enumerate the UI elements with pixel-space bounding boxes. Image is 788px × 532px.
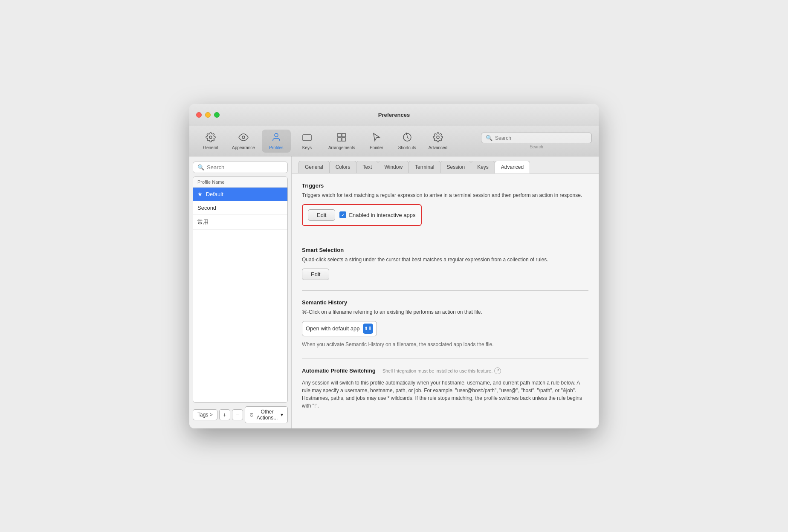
divider-3 xyxy=(302,359,588,359)
triggers-checkbox[interactable]: ✓ xyxy=(339,211,346,218)
aps-description: Any session will switch to this profile … xyxy=(302,379,588,410)
profiles-header: Profile Name xyxy=(193,177,287,188)
toolbar-label-shortcuts: Shortcuts xyxy=(398,145,416,150)
svg-rect-12 xyxy=(338,133,341,137)
subtab-text[interactable]: Text xyxy=(356,161,378,173)
svg-rect-3 xyxy=(303,135,311,141)
titlebar: Preferences xyxy=(189,104,599,126)
subtab-session[interactable]: Session xyxy=(440,161,471,173)
subtab-general[interactable]: General xyxy=(298,161,330,173)
toolbar-item-pointer[interactable]: Pointer xyxy=(362,130,391,153)
toolbar-item-keys[interactable]: Keys xyxy=(293,130,322,153)
toolbar-item-shortcuts[interactable]: Shortcuts xyxy=(393,130,422,153)
subtab-terminal[interactable]: Terminal xyxy=(408,161,440,173)
semantic-history-title: Semantic History xyxy=(302,299,588,306)
profile-name-changyong: 常用 xyxy=(197,219,209,225)
toolbar-search-icon: 🔍 xyxy=(486,135,492,141)
sidebar-bottom: Tags > + − ⊙ Other Actions... ▾ xyxy=(193,406,288,423)
semantic-history-dropdown[interactable]: Open with default app ⬆⬇ xyxy=(302,321,377,336)
toolbar-item-general[interactable]: General xyxy=(196,130,225,153)
aps-help-icon[interactable]: ? xyxy=(494,367,501,374)
profile-item-second[interactable]: Second xyxy=(193,201,287,215)
main-content: 🔍 Profile Name ★ Default Second 常用 Tags … xyxy=(189,156,599,428)
remove-profile-button[interactable]: − xyxy=(232,409,243,420)
toolbar-label-arrangements: Arrangements xyxy=(328,145,355,150)
semantic-history-section: Semantic History ⌘-Click on a filename r… xyxy=(302,299,588,348)
star-icon: ★ xyxy=(197,191,203,197)
divider-1 xyxy=(302,238,588,238)
semantic-history-note: When you activate Semantic History on a … xyxy=(302,341,588,348)
svg-rect-14 xyxy=(338,138,341,141)
appearance-icon xyxy=(238,132,249,144)
semantic-history-dropdown-wrap: Open with default app ⬆⬇ xyxy=(302,321,588,336)
triggers-edit-button[interactable]: Edit xyxy=(308,209,335,221)
keys-icon xyxy=(302,132,312,144)
other-actions-icon: ⊙ xyxy=(249,412,254,418)
sidebar-search-input[interactable] xyxy=(207,164,283,171)
window-title: Preferences xyxy=(378,112,410,118)
shortcuts-icon xyxy=(402,132,412,144)
smart-selection-edit-button[interactable]: Edit xyxy=(302,269,329,280)
profiles-list: Profile Name ★ Default Second 常用 xyxy=(193,176,288,403)
aps-title: Automatic Profile Switching xyxy=(302,367,376,374)
toolbar-label-advanced: Advanced xyxy=(429,145,447,150)
svg-point-0 xyxy=(209,136,212,139)
smart-selection-title: Smart Selection xyxy=(302,247,588,253)
right-panel: General Colors Text Window Terminal Sess… xyxy=(292,156,599,428)
advanced-content: Triggers Triggers watch for text matchin… xyxy=(292,174,599,428)
toolbar-item-appearance[interactable]: Appearance xyxy=(227,130,260,153)
other-actions-label: Other Actions... xyxy=(255,409,279,421)
aps-note-text: Shell Integration must be installed to u… xyxy=(382,368,493,373)
other-actions-button[interactable]: ⊙ Other Actions... ▾ xyxy=(245,406,288,423)
svg-rect-13 xyxy=(342,133,345,137)
toolbar-search-input[interactable] xyxy=(495,135,587,141)
triggers-checkbox-label: Enabled in interactive apps xyxy=(349,212,415,218)
triggers-checkbox-wrap: ✓ Enabled in interactive apps xyxy=(339,211,415,218)
divider-2 xyxy=(302,290,588,291)
pointer-icon xyxy=(371,132,382,144)
svg-point-2 xyxy=(275,133,278,137)
toolbar-item-advanced[interactable]: Advanced xyxy=(423,130,452,153)
add-profile-button[interactable]: + xyxy=(219,409,230,420)
toolbar-label-keys: Keys xyxy=(302,145,312,150)
svg-point-1 xyxy=(242,136,245,139)
semantic-history-description: ⌘-Click on a filename referring to an ex… xyxy=(302,308,588,316)
subtab-advanced[interactable]: Advanced xyxy=(495,161,530,173)
profile-item-changyong[interactable]: 常用 xyxy=(193,215,287,230)
toolbar-item-profiles[interactable]: Profiles xyxy=(262,130,291,153)
toolbar-label-general: General xyxy=(203,145,218,150)
advanced-icon xyxy=(433,132,443,144)
toolbar-label-pointer: Pointer xyxy=(370,145,383,150)
aps-section: Automatic Profile Switching Shell Integr… xyxy=(302,367,588,410)
toolbar-search-box[interactable]: 🔍 xyxy=(481,133,592,143)
close-button[interactable] xyxy=(196,112,202,118)
semantic-history-dropdown-label: Open with default app xyxy=(306,325,359,332)
toolbar-item-arrangements[interactable]: Arrangements xyxy=(323,130,360,153)
zoom-button[interactable] xyxy=(214,112,220,118)
preferences-window: Preferences General Appearance xyxy=(189,104,599,428)
svg-point-17 xyxy=(437,136,439,139)
tags-button[interactable]: Tags > xyxy=(193,409,217,420)
subtab-colors[interactable]: Colors xyxy=(329,161,357,173)
toolbar-label-appearance: Appearance xyxy=(232,145,255,150)
profile-name-default: Default xyxy=(206,191,223,197)
toolbar-search-label: Search xyxy=(530,145,543,149)
toolbar-label-profiles: Profiles xyxy=(269,145,283,150)
svg-rect-15 xyxy=(342,138,345,141)
subtabs: General Colors Text Window Terminal Sess… xyxy=(292,156,599,174)
profile-item-default[interactable]: ★ Default xyxy=(193,188,287,201)
smart-selection-section: Smart Selection Quad-click selects a str… xyxy=(302,247,588,280)
sidebar-search-box[interactable]: 🔍 xyxy=(193,162,288,173)
triggers-section: Triggers Triggers watch for text matchin… xyxy=(302,182,588,228)
smart-selection-description: Quad-click selects a string under the cu… xyxy=(302,256,588,263)
minimize-button[interactable] xyxy=(205,112,211,118)
subtab-window[interactable]: Window xyxy=(378,161,409,173)
sidebar-search-icon: 🔍 xyxy=(197,164,204,171)
general-icon xyxy=(206,132,216,144)
sidebar: 🔍 Profile Name ★ Default Second 常用 Tags … xyxy=(189,156,292,428)
subtab-keys[interactable]: Keys xyxy=(471,161,495,173)
other-actions-chevron: ▾ xyxy=(281,412,283,418)
aps-note: Shell Integration must be installed to u… xyxy=(382,367,501,374)
profile-name-second: Second xyxy=(197,205,216,211)
toolbar-search-wrap: 🔍 Search xyxy=(481,133,592,149)
